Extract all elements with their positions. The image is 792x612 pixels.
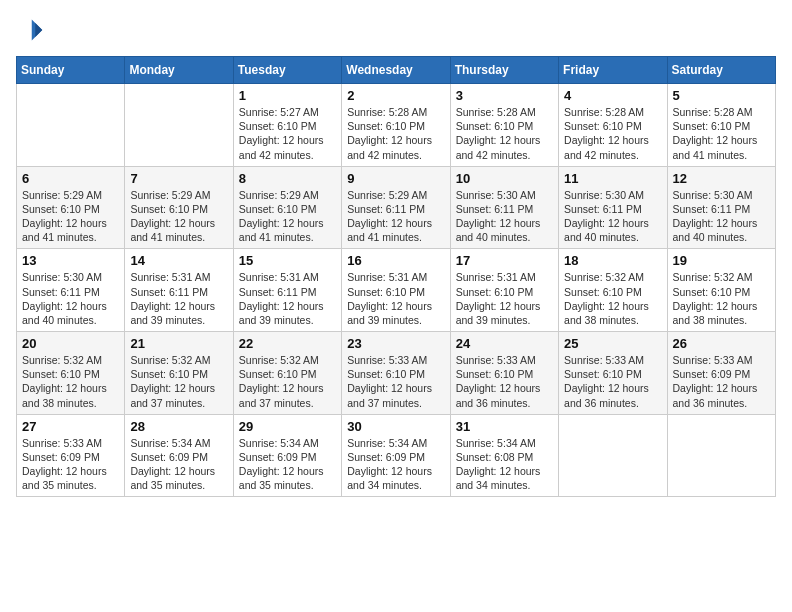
day-info: Sunrise: 5:31 AM Sunset: 6:10 PM Dayligh… [456, 270, 553, 327]
calendar-cell: 13Sunrise: 5:30 AM Sunset: 6:11 PM Dayli… [17, 249, 125, 332]
weekday-header: Tuesday [233, 57, 341, 84]
day-info: Sunrise: 5:28 AM Sunset: 6:10 PM Dayligh… [564, 105, 661, 162]
calendar-week: 13Sunrise: 5:30 AM Sunset: 6:11 PM Dayli… [17, 249, 776, 332]
calendar-week: 27Sunrise: 5:33 AM Sunset: 6:09 PM Dayli… [17, 414, 776, 497]
day-number: 3 [456, 88, 553, 103]
day-info: Sunrise: 5:31 AM Sunset: 6:10 PM Dayligh… [347, 270, 444, 327]
day-number: 20 [22, 336, 119, 351]
calendar-cell: 6Sunrise: 5:29 AM Sunset: 6:10 PM Daylig… [17, 166, 125, 249]
day-number: 16 [347, 253, 444, 268]
logo [16, 16, 48, 44]
day-number: 26 [673, 336, 770, 351]
day-info: Sunrise: 5:28 AM Sunset: 6:10 PM Dayligh… [456, 105, 553, 162]
calendar-cell: 2Sunrise: 5:28 AM Sunset: 6:10 PM Daylig… [342, 84, 450, 167]
calendar-cell: 27Sunrise: 5:33 AM Sunset: 6:09 PM Dayli… [17, 414, 125, 497]
calendar-header: SundayMondayTuesdayWednesdayThursdayFrid… [17, 57, 776, 84]
calendar-cell: 15Sunrise: 5:31 AM Sunset: 6:11 PM Dayli… [233, 249, 341, 332]
calendar-cell: 1Sunrise: 5:27 AM Sunset: 6:10 PM Daylig… [233, 84, 341, 167]
day-info: Sunrise: 5:34 AM Sunset: 6:09 PM Dayligh… [239, 436, 336, 493]
day-info: Sunrise: 5:32 AM Sunset: 6:10 PM Dayligh… [673, 270, 770, 327]
calendar-cell: 20Sunrise: 5:32 AM Sunset: 6:10 PM Dayli… [17, 332, 125, 415]
day-number: 19 [673, 253, 770, 268]
svg-marker-1 [35, 23, 42, 37]
day-info: Sunrise: 5:28 AM Sunset: 6:10 PM Dayligh… [673, 105, 770, 162]
day-info: Sunrise: 5:31 AM Sunset: 6:11 PM Dayligh… [130, 270, 227, 327]
day-number: 9 [347, 171, 444, 186]
calendar-cell: 22Sunrise: 5:32 AM Sunset: 6:10 PM Dayli… [233, 332, 341, 415]
weekday-header: Sunday [17, 57, 125, 84]
day-info: Sunrise: 5:34 AM Sunset: 6:09 PM Dayligh… [130, 436, 227, 493]
weekday-header: Friday [559, 57, 667, 84]
day-number: 25 [564, 336, 661, 351]
day-number: 5 [673, 88, 770, 103]
day-info: Sunrise: 5:32 AM Sunset: 6:10 PM Dayligh… [564, 270, 661, 327]
calendar-week: 1Sunrise: 5:27 AM Sunset: 6:10 PM Daylig… [17, 84, 776, 167]
calendar-cell: 18Sunrise: 5:32 AM Sunset: 6:10 PM Dayli… [559, 249, 667, 332]
calendar-cell: 8Sunrise: 5:29 AM Sunset: 6:10 PM Daylig… [233, 166, 341, 249]
day-number: 10 [456, 171, 553, 186]
day-number: 13 [22, 253, 119, 268]
day-number: 21 [130, 336, 227, 351]
calendar-cell [667, 414, 775, 497]
calendar-cell: 30Sunrise: 5:34 AM Sunset: 6:09 PM Dayli… [342, 414, 450, 497]
day-info: Sunrise: 5:32 AM Sunset: 6:10 PM Dayligh… [130, 353, 227, 410]
calendar-cell: 3Sunrise: 5:28 AM Sunset: 6:10 PM Daylig… [450, 84, 558, 167]
day-info: Sunrise: 5:33 AM Sunset: 6:10 PM Dayligh… [456, 353, 553, 410]
calendar-cell: 9Sunrise: 5:29 AM Sunset: 6:11 PM Daylig… [342, 166, 450, 249]
weekday-header: Saturday [667, 57, 775, 84]
day-info: Sunrise: 5:27 AM Sunset: 6:10 PM Dayligh… [239, 105, 336, 162]
day-info: Sunrise: 5:29 AM Sunset: 6:10 PM Dayligh… [22, 188, 119, 245]
day-info: Sunrise: 5:30 AM Sunset: 6:11 PM Dayligh… [564, 188, 661, 245]
calendar-cell: 28Sunrise: 5:34 AM Sunset: 6:09 PM Dayli… [125, 414, 233, 497]
calendar-cell [125, 84, 233, 167]
calendar-cell: 19Sunrise: 5:32 AM Sunset: 6:10 PM Dayli… [667, 249, 775, 332]
calendar-cell: 21Sunrise: 5:32 AM Sunset: 6:10 PM Dayli… [125, 332, 233, 415]
day-info: Sunrise: 5:30 AM Sunset: 6:11 PM Dayligh… [673, 188, 770, 245]
day-info: Sunrise: 5:33 AM Sunset: 6:10 PM Dayligh… [347, 353, 444, 410]
day-number: 14 [130, 253, 227, 268]
day-number: 24 [456, 336, 553, 351]
day-number: 12 [673, 171, 770, 186]
day-number: 29 [239, 419, 336, 434]
day-number: 18 [564, 253, 661, 268]
calendar-cell: 5Sunrise: 5:28 AM Sunset: 6:10 PM Daylig… [667, 84, 775, 167]
day-info: Sunrise: 5:33 AM Sunset: 6:10 PM Dayligh… [564, 353, 661, 410]
day-info: Sunrise: 5:32 AM Sunset: 6:10 PM Dayligh… [239, 353, 336, 410]
day-info: Sunrise: 5:32 AM Sunset: 6:10 PM Dayligh… [22, 353, 119, 410]
calendar-week: 20Sunrise: 5:32 AM Sunset: 6:10 PM Dayli… [17, 332, 776, 415]
weekday-header: Wednesday [342, 57, 450, 84]
calendar-cell: 23Sunrise: 5:33 AM Sunset: 6:10 PM Dayli… [342, 332, 450, 415]
weekday-header: Monday [125, 57, 233, 84]
calendar-week: 6Sunrise: 5:29 AM Sunset: 6:10 PM Daylig… [17, 166, 776, 249]
calendar-cell: 24Sunrise: 5:33 AM Sunset: 6:10 PM Dayli… [450, 332, 558, 415]
calendar-cell [17, 84, 125, 167]
calendar-cell: 11Sunrise: 5:30 AM Sunset: 6:11 PM Dayli… [559, 166, 667, 249]
day-number: 17 [456, 253, 553, 268]
day-number: 11 [564, 171, 661, 186]
calendar-cell: 14Sunrise: 5:31 AM Sunset: 6:11 PM Dayli… [125, 249, 233, 332]
calendar-cell: 29Sunrise: 5:34 AM Sunset: 6:09 PM Dayli… [233, 414, 341, 497]
day-number: 8 [239, 171, 336, 186]
weekday-header: Thursday [450, 57, 558, 84]
day-number: 1 [239, 88, 336, 103]
day-info: Sunrise: 5:28 AM Sunset: 6:10 PM Dayligh… [347, 105, 444, 162]
day-number: 31 [456, 419, 553, 434]
day-info: Sunrise: 5:31 AM Sunset: 6:11 PM Dayligh… [239, 270, 336, 327]
calendar-cell: 25Sunrise: 5:33 AM Sunset: 6:10 PM Dayli… [559, 332, 667, 415]
calendar-cell: 17Sunrise: 5:31 AM Sunset: 6:10 PM Dayli… [450, 249, 558, 332]
weekday-row: SundayMondayTuesdayWednesdayThursdayFrid… [17, 57, 776, 84]
calendar-body: 1Sunrise: 5:27 AM Sunset: 6:10 PM Daylig… [17, 84, 776, 497]
calendar-cell: 16Sunrise: 5:31 AM Sunset: 6:10 PM Dayli… [342, 249, 450, 332]
calendar-table: SundayMondayTuesdayWednesdayThursdayFrid… [16, 56, 776, 497]
day-info: Sunrise: 5:33 AM Sunset: 6:09 PM Dayligh… [22, 436, 119, 493]
calendar-cell: 26Sunrise: 5:33 AM Sunset: 6:09 PM Dayli… [667, 332, 775, 415]
day-number: 15 [239, 253, 336, 268]
day-info: Sunrise: 5:30 AM Sunset: 6:11 PM Dayligh… [22, 270, 119, 327]
day-number: 23 [347, 336, 444, 351]
calendar-cell [559, 414, 667, 497]
day-info: Sunrise: 5:29 AM Sunset: 6:10 PM Dayligh… [239, 188, 336, 245]
day-number: 4 [564, 88, 661, 103]
page-header [16, 16, 776, 44]
day-number: 7 [130, 171, 227, 186]
day-info: Sunrise: 5:30 AM Sunset: 6:11 PM Dayligh… [456, 188, 553, 245]
